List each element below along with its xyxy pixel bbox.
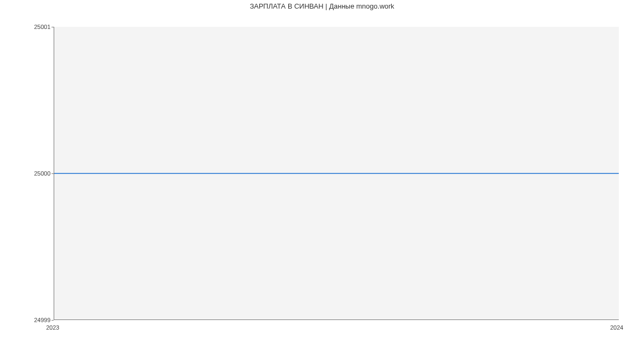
y-tick-label: 25000 <box>34 170 50 177</box>
x-tick-label: 2023 <box>46 324 59 331</box>
y-tick-label: 25001 <box>34 24 50 30</box>
x-tick-label: 2024 <box>610 324 623 331</box>
chart-title: ЗАРПЛАТА В СИНВАН | Данные mnogo.work <box>0 2 644 10</box>
data-series-line <box>54 173 619 174</box>
y-tick-label: 24999 <box>34 317 50 323</box>
salary-chart: ЗАРПЛАТА В СИНВАН | Данные mnogo.work 24… <box>0 0 644 349</box>
plot-area <box>54 27 619 320</box>
y-tick-mark <box>52 320 54 321</box>
